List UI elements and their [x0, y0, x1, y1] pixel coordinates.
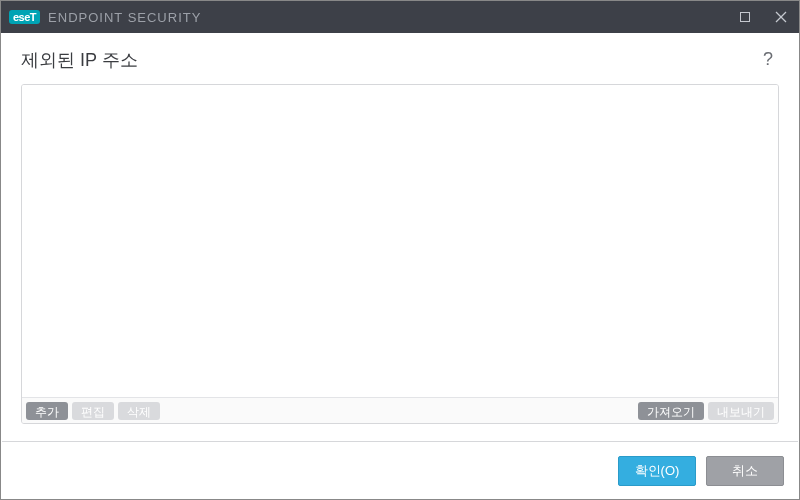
- ip-list-frame: 추가 편집 삭제 가져오기 내보내기: [21, 84, 779, 424]
- ip-list[interactable]: [22, 85, 778, 397]
- titlebar: eseT ENDPOINT SECURITY: [1, 1, 799, 33]
- delete-button[interactable]: 삭제: [118, 402, 160, 420]
- export-button[interactable]: 내보내기: [708, 402, 774, 420]
- close-icon: [775, 11, 787, 23]
- dialog-footer: 확인(O) 취소: [2, 441, 798, 499]
- cancel-button[interactable]: 취소: [706, 456, 784, 486]
- product-name: ENDPOINT SECURITY: [48, 10, 201, 25]
- import-button[interactable]: 가져오기: [638, 402, 704, 420]
- page-title: 제외된 IP 주소: [21, 48, 138, 72]
- content-area: 제외된 IP 주소 ? 추가 편집 삭제 가져오기 내보내기: [1, 33, 799, 432]
- edit-button[interactable]: 편집: [72, 402, 114, 420]
- page-header: 제외된 IP 주소 ?: [21, 47, 779, 72]
- maximize-icon: [739, 11, 751, 23]
- list-toolbar: 추가 편집 삭제 가져오기 내보내기: [22, 397, 778, 423]
- brand-logo: eseT: [9, 10, 40, 24]
- svg-rect-0: [741, 13, 750, 22]
- maximize-button[interactable]: [727, 1, 763, 33]
- close-button[interactable]: [763, 1, 799, 33]
- help-button[interactable]: ?: [757, 47, 779, 72]
- ok-button[interactable]: 확인(O): [618, 456, 696, 486]
- add-button[interactable]: 추가: [26, 402, 68, 420]
